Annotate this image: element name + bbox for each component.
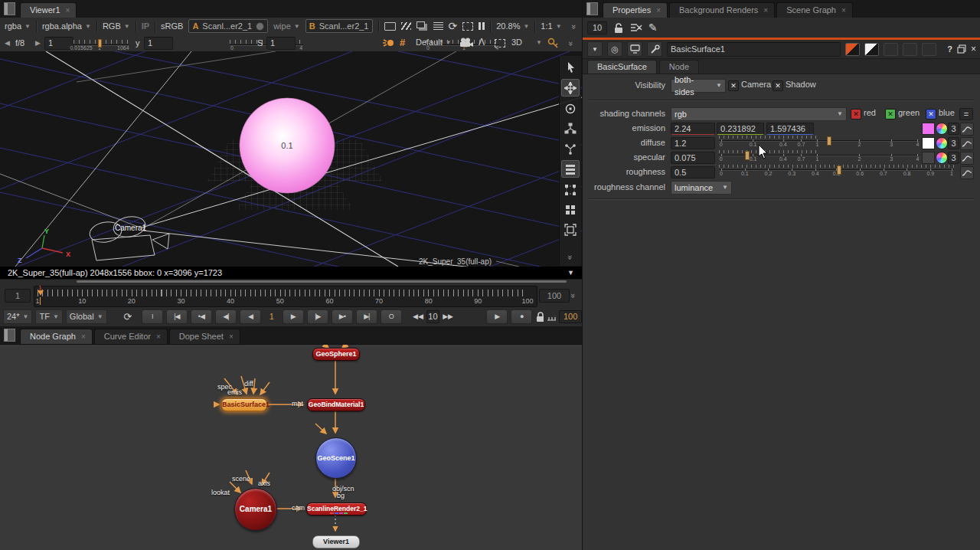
node-geobindmaterial1[interactable]: GeoBindMaterial1 xyxy=(307,398,365,411)
gamma-field[interactable]: 1 xyxy=(144,37,173,50)
channels-select[interactable]: rgba▼ xyxy=(5,21,31,31)
select-cursor-icon[interactable] xyxy=(562,59,579,75)
proxy-select[interactable]: 1:1▼ xyxy=(541,21,561,31)
diffuse-colorwheel-icon[interactable] xyxy=(936,137,948,149)
emission-color-swatch[interactable] xyxy=(922,123,935,135)
transform-handles-icon[interactable] xyxy=(562,182,579,198)
frame-range-icon[interactable] xyxy=(547,311,556,322)
view-mode-select[interactable]: 3D▼ xyxy=(511,38,542,47)
goto-end-button[interactable]: ▶| xyxy=(356,309,377,324)
wrench-icon[interactable] xyxy=(647,41,662,57)
emission-r-field[interactable]: 2.24 xyxy=(671,123,715,135)
diffuse-curve-button[interactable] xyxy=(960,137,974,150)
timeline-scrollbar[interactable] xyxy=(77,280,567,283)
specular-slider-handle[interactable] xyxy=(745,151,750,160)
range-start-field[interactable]: 1 xyxy=(5,289,31,303)
tab-curve-editor[interactable]: Curve Editor× xyxy=(94,329,168,344)
help-button[interactable]: ? xyxy=(947,44,952,54)
render-camera-icon[interactable] xyxy=(459,38,473,47)
diffuse-color-swatch[interactable] xyxy=(922,137,935,149)
tab-properties[interactable]: Properties× xyxy=(603,2,668,18)
panel-color-swatch[interactable] xyxy=(864,43,879,56)
visibility-select[interactable]: both-sides▼ xyxy=(671,79,726,93)
goto-start-button[interactable]: |◀ xyxy=(166,309,188,324)
specular-count-button[interactable]: 3 xyxy=(948,152,959,164)
gain-field[interactable]: 1 xyxy=(44,37,74,50)
node-color-swatch[interactable] xyxy=(845,43,860,56)
layers-icon[interactable] xyxy=(416,21,425,28)
play-button[interactable]: ▶ xyxy=(283,309,304,324)
frame-grid-icon[interactable] xyxy=(562,221,579,237)
roughness-channel-select[interactable]: luminance▼ xyxy=(671,181,732,195)
tab-node-graph[interactable]: Node Graph× xyxy=(20,329,93,344)
input-a-box[interactable]: A Scanl...er2_1 xyxy=(188,19,268,33)
pane-layout-icon[interactable] xyxy=(586,2,598,15)
tab-basicsurface[interactable]: BasicSurface xyxy=(587,60,657,74)
hierarchy-icon[interactable] xyxy=(562,120,579,136)
alpha-channels-select[interactable]: rgba.alpha▼ xyxy=(42,21,91,31)
record-icon[interactable]: ● xyxy=(511,309,532,324)
collapse-toolbar-icon[interactable]: » xyxy=(570,25,579,28)
close-icon[interactable]: × xyxy=(229,333,234,341)
max-panels-field[interactable]: 10 xyxy=(587,21,607,34)
lock-range-icon[interactable] xyxy=(535,311,544,322)
node-name-field[interactable]: BasicSurface1 xyxy=(667,42,841,57)
prev-fstop-icon[interactable]: ◀ xyxy=(5,39,10,47)
close-icon[interactable]: × xyxy=(156,333,161,341)
tab-viewer1[interactable]: Viewer1 × xyxy=(20,2,77,18)
tab-background-renders[interactable]: Background Renders× xyxy=(669,2,775,18)
close-icon[interactable]: × xyxy=(841,7,846,15)
timeline-ruler[interactable]: 1 10 20 30 40 50 60 70 80 90 100 1 xyxy=(34,286,537,307)
jump-back-icon[interactable]: ◀◀ xyxy=(413,313,423,320)
channel-equals-button[interactable]: = xyxy=(959,108,973,120)
specular-slider[interactable]: 0 0.1 0.4 0.7 1 2 3 4 xyxy=(719,150,920,163)
wireframe-grid-icon[interactable]: # xyxy=(400,37,405,48)
emission-curve-button[interactable] xyxy=(960,123,974,136)
tab-scene-graph[interactable]: Scene Graph× xyxy=(776,2,853,18)
input-a-toggle[interactable] xyxy=(256,22,264,31)
rotate-icon[interactable] xyxy=(562,100,579,116)
range-scope-select[interactable]: Global▼ xyxy=(66,309,107,324)
play-reverse-button[interactable]: ◀ xyxy=(240,309,261,324)
roughness-slider-handle[interactable] xyxy=(837,165,841,175)
roi-icon[interactable] xyxy=(462,22,473,31)
scanlines-icon[interactable] xyxy=(433,22,443,30)
emission-b-field[interactable]: 1.597436 xyxy=(766,123,814,135)
layers-panel-icon[interactable] xyxy=(561,160,580,178)
input-b-box[interactable]: B Scanl...er2_1 xyxy=(305,19,373,33)
roughness-slider[interactable]: 0 0.1 0.2 0.3 0.4 0.5 0.6 0.7 0.8 0.9 1 xyxy=(719,165,954,178)
frame-step-field[interactable]: 10 xyxy=(426,310,439,323)
camera-checkbox[interactable]: ✕ xyxy=(728,80,739,91)
diffuse-slider-handle[interactable] xyxy=(827,136,831,146)
pane-layout-icon[interactable] xyxy=(4,2,15,15)
specular-curve-button[interactable] xyxy=(960,152,974,165)
roughness-field[interactable]: 0.5 xyxy=(671,166,715,178)
clear-panels-icon[interactable] xyxy=(630,22,642,33)
next-fstop-icon[interactable]: ▶ xyxy=(35,39,41,47)
flipbook-play-icon[interactable]: ▶ xyxy=(486,309,508,324)
specular-field[interactable]: 0.075 xyxy=(671,152,715,164)
gain-slider-handle[interactable] xyxy=(98,39,102,47)
close-panel-icon[interactable]: × xyxy=(971,44,976,54)
diffuse-field[interactable]: 1.2 xyxy=(671,137,715,149)
jump-forward-icon[interactable]: ▶▶ xyxy=(443,313,453,320)
pause-icon[interactable] xyxy=(479,22,485,30)
emission-g-field[interactable]: 0.231892 xyxy=(717,123,764,135)
center-node-icon[interactable]: ◎ xyxy=(607,41,622,57)
specular-color-swatch[interactable] xyxy=(922,152,935,164)
grid-quad-icon[interactable] xyxy=(562,201,579,218)
translate-icon[interactable] xyxy=(561,79,580,97)
playback-end-field[interactable]: 100 xyxy=(559,310,582,323)
viewer-viewport[interactable]: 0.1 Camera1 Y X Z 2K_Super_35(full-ap) xyxy=(0,51,582,267)
timeline-collapse-icon[interactable]: » xyxy=(569,293,578,296)
roughness-curve-button[interactable] xyxy=(960,166,974,179)
diffuse-count-button[interactable]: 3 xyxy=(948,137,959,149)
step-back-button[interactable]: ◀| xyxy=(215,309,237,324)
close-icon[interactable]: × xyxy=(81,333,86,341)
node-basicsurface1[interactable]: BasicSurface1 xyxy=(221,398,267,411)
display-mode-select[interactable]: RGB▼ xyxy=(103,21,130,31)
tab-node[interactable]: Node xyxy=(659,60,699,74)
emission-count-button[interactable]: 3 xyxy=(948,123,959,135)
display-window-icon[interactable] xyxy=(384,22,396,31)
ip-button[interactable]: IP xyxy=(142,21,149,31)
